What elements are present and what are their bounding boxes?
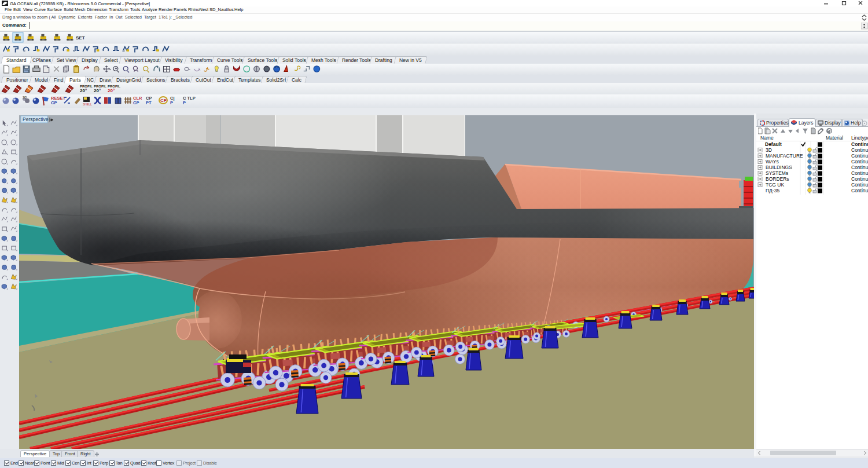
svg-text:CP: CP [133,100,139,105]
svg-text:Continuous: Continuous [851,188,868,193]
svg-text:MANUFACTURE: MANUFACTURE [766,153,803,159]
svg-text:PT: PT [146,100,152,105]
svg-text:20°: 20° [94,88,101,93]
svg-text:Continuous: Continuous [851,141,868,147]
svg-text:20°: 20° [80,88,87,93]
svg-text:CP: CP [160,98,167,103]
svg-text:Continuous: Continuous [851,170,868,176]
svg-text:Continuous: Continuous [851,182,868,188]
svg-text:Continuous: Continuous [851,153,868,159]
svg-text:Continuous: Continuous [851,164,868,170]
svg-text:SHELL: SHELL [83,103,92,106]
svg-text:WAYs: WAYs [766,159,779,164]
svg-text:ПД-35: ПД-35 [766,188,779,193]
svg-text:CP: CP [51,100,57,105]
svg-text:BUILDINGS: BUILDINGS [766,164,792,170]
svg-text:SYSTEMs: SYSTEMs [766,170,788,176]
svg-text:P: P [170,100,173,105]
svg-text:Continuous: Continuous [851,176,868,182]
svg-text:SET: SET [76,35,85,41]
svg-text:Default: Default [765,141,782,147]
svg-text:Continuous: Continuous [851,159,868,164]
svg-text:3D: 3D [766,147,772,153]
svg-text:20°: 20° [108,88,115,93]
svg-text:BORDERs: BORDERs [766,176,789,182]
svg-text:Continuous: Continuous [851,147,868,153]
svg-text:Perspective: Perspective [23,116,49,122]
svg-text:3D: 3D [23,96,27,99]
svg-text:P: P [183,100,186,105]
svg-text:TCG UK: TCG UK [766,182,784,188]
